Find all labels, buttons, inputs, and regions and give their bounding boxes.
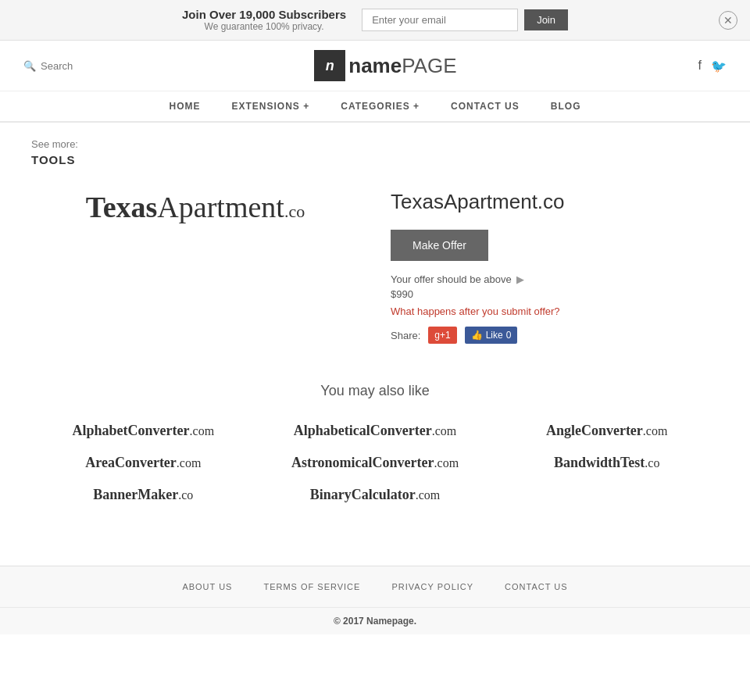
nav-contact[interactable]: CONTACT US [451, 101, 520, 112]
footer-brand: Namepage. [366, 616, 416, 627]
logo-icon: n [314, 50, 345, 81]
domain-item-tld: .com [432, 424, 457, 438]
nav-home[interactable]: HOME [170, 101, 201, 112]
domain-logo-area: TexasApartment.co [31, 190, 359, 224]
arrow-icon: ▶ [516, 273, 524, 285]
nav-extensions[interactable]: EXTENSIONS + [232, 101, 310, 112]
facebook-icon[interactable]: f [698, 59, 702, 73]
search-label: Search [41, 60, 73, 72]
banner-subtitle: We guarantee 100% privacy. [182, 21, 346, 32]
fb-thumb-icon: 👍 [471, 330, 483, 341]
share-row: Share: g+1 👍 Like 0 [391, 327, 719, 344]
logo[interactable]: n namePAGE [314, 50, 456, 81]
footer-link[interactable]: PRIVACY POLICY [391, 582, 473, 591]
domain-item-bold: BinaryCalculator [310, 487, 416, 502]
nav-categories[interactable]: CATEGORIES + [341, 101, 420, 112]
banner-text: Join Over 19,000 Subscribers We guarante… [182, 8, 346, 32]
domain-grid-item[interactable]: BannerMaker.co [93, 487, 193, 503]
domain-logo-tld: .co [284, 202, 305, 221]
domain-logo: TexasApartment.co [86, 190, 305, 224]
domain-item-tld: .com [416, 488, 441, 502]
domain-item-bold: BannerMaker [93, 487, 178, 502]
banner-title: Join Over 19,000 Subscribers [182, 8, 346, 21]
domain-item-tld: .com [177, 456, 202, 470]
domain-item-tld: .com [434, 456, 459, 470]
footer-year: © 2017 [334, 616, 364, 627]
header: 🔍 Search n namePAGE f 🐦 [0, 41, 750, 91]
banner-form: Join [362, 9, 568, 31]
domain-logo-light: Apartment [157, 191, 284, 223]
domain-item-tld: .co [178, 488, 193, 502]
footer: ABOUT USTERMS OF SERVICEPRIVACY POLICYCO… [0, 566, 750, 634]
footer-link[interactable]: ABOUT US [182, 582, 232, 591]
domain-grid: AlphabetConverter.comAlphabeticalConvert… [31, 423, 719, 503]
main-nav: HOME EXTENSIONS + CATEGORIES + CONTACT U… [0, 91, 750, 123]
social-links: f 🐦 [698, 59, 727, 73]
domain-item-tld: .co [645, 456, 659, 470]
domain-grid-item[interactable]: BandwidthTest.co [554, 455, 660, 471]
fb-like-button[interactable]: 👍 Like 0 [465, 327, 518, 344]
footer-link[interactable]: TERMS OF SERVICE [263, 582, 360, 591]
offer-info: Your offer should be above ▶ [391, 273, 719, 285]
search-area[interactable]: 🔍 Search [23, 60, 73, 72]
domain-grid-item[interactable]: AlphabeticalConverter.com [294, 423, 457, 439]
offer-above-text: Your offer should be above [391, 273, 512, 285]
fb-like-label: Like [486, 330, 503, 341]
fb-count: 0 [506, 330, 512, 341]
domain-item-bold: BandwidthTest [554, 455, 645, 470]
gplus-button[interactable]: g+1 [428, 327, 456, 344]
logo-name: name [348, 54, 402, 77]
domain-section: TexasApartment.co TexasApartment.co Make… [31, 190, 719, 344]
domain-grid-item[interactable]: AlphabetConverter.com [73, 423, 215, 439]
join-button[interactable]: Join [524, 9, 568, 30]
search-icon: 🔍 [23, 60, 36, 72]
domain-item-tld: .com [643, 424, 668, 438]
main-content: See more: TOOLS TexasApartment.co TexasA… [0, 123, 750, 534]
domain-item-bold: AlphabetConverter [73, 423, 190, 438]
close-button[interactable]: ✕ [719, 11, 738, 30]
offer-amount: $990 [391, 288, 719, 300]
nav-blog[interactable]: BLOG [551, 101, 581, 112]
domain-grid-item[interactable]: AstronomicalConverter.com [291, 455, 459, 471]
footer-links: ABOUT USTERMS OF SERVICEPRIVACY POLICYCO… [0, 566, 750, 607]
logo-text: namePAGE [348, 54, 456, 78]
domain-grid-item[interactable]: AngleConverter.com [546, 423, 668, 439]
domain-item-bold: AreaConverter [85, 455, 177, 470]
domain-item-bold: AngleConverter [546, 423, 643, 438]
also-like-title: You may also like [31, 383, 719, 399]
domain-item-bold: AstronomicalConverter [291, 455, 434, 470]
see-more-link[interactable]: TOOLS [31, 153, 75, 166]
domain-info: TexasApartment.co Make Offer Your offer … [391, 190, 719, 344]
also-like-section: You may also like AlphabetConverter.comA… [31, 383, 719, 503]
make-offer-button[interactable]: Make Offer [391, 230, 488, 261]
logo-icon-letter: n [326, 58, 334, 74]
domain-logo-bold: Texas [86, 191, 158, 223]
logo-page: PAGE [402, 54, 456, 77]
top-banner: Join Over 19,000 Subscribers We guarante… [0, 0, 750, 41]
domain-item-bold: AlphabeticalConverter [294, 423, 432, 438]
email-input[interactable] [362, 9, 518, 31]
what-happens-link[interactable]: What happens after you submit offer? [391, 305, 560, 317]
footer-link[interactable]: CONTACT US [505, 582, 568, 591]
domain-grid-item[interactable]: BinaryCalculator.com [310, 487, 441, 503]
domain-item-tld: .com [190, 424, 215, 438]
see-more-label: See more: [31, 138, 719, 150]
domain-grid-item[interactable]: AreaConverter.com [85, 455, 201, 471]
share-label: Share: [391, 330, 420, 341]
twitter-icon[interactable]: 🐦 [711, 59, 727, 73]
footer-copy: © 2017 Namepage. [0, 607, 750, 634]
domain-name-title: TexasApartment.co [391, 190, 719, 214]
